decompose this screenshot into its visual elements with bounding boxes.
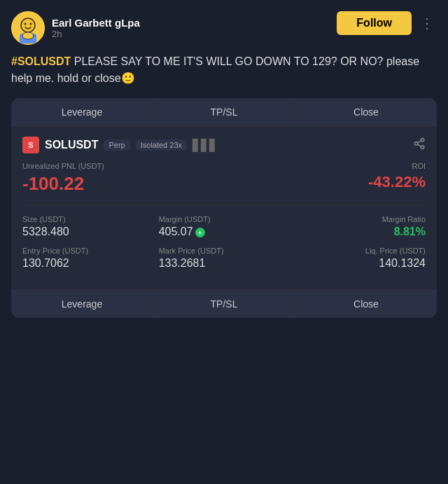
unrealized-pnl-value: -100.22 xyxy=(22,173,104,195)
symbol-name: SOLUSDT xyxy=(45,139,98,151)
svg-line-9 xyxy=(417,144,421,146)
user-details: Earl Garbett gLpa 2h xyxy=(52,17,140,39)
margin-value: 405.07+ xyxy=(159,226,290,238)
tpsl-tab-bottom[interactable]: TP/SL xyxy=(153,290,295,318)
margin-ratio-label: Margin Ratio xyxy=(382,215,426,223)
liq-price-stat: Liq. Price (USDT) 140.1324 xyxy=(295,247,426,270)
leverage-tab-bottom[interactable]: Leverage xyxy=(11,290,153,318)
leverage-tab-top[interactable]: Leverage xyxy=(11,98,153,126)
close-tab-top[interactable]: Close xyxy=(295,98,437,126)
unrealized-pnl-label: Unrealized PNL (USDT) xyxy=(22,162,104,170)
svg-line-10 xyxy=(417,141,421,143)
sol-icon: S xyxy=(22,137,39,153)
user-info-section: Earl Garbett gLpa 2h xyxy=(11,11,140,45)
size-label: Size (USDT) xyxy=(22,215,153,223)
avatar xyxy=(11,11,45,45)
isolation-badge: Isolated 23x xyxy=(136,139,187,151)
mark-label: Mark Price (USDT) xyxy=(159,247,290,255)
header-actions: Follow ⋮ xyxy=(337,11,437,35)
stats-grid: Size (USDT) 5328.480 Margin (USDT) 405.0… xyxy=(22,215,426,270)
post-header: Earl Garbett gLpa 2h Follow ⋮ xyxy=(11,11,437,45)
size-stat: Size (USDT) 5328.480 xyxy=(22,215,153,238)
plus-icon: + xyxy=(195,228,205,237)
type-badge: Perp xyxy=(104,139,130,151)
liq-label: Liq. Price (USDT) xyxy=(365,247,426,255)
post-text: #SOLUSDT PLEASE SAY TO ME IT'S WILL GO D… xyxy=(11,53,437,87)
entry-value: 130.7062 xyxy=(22,257,153,270)
entry-label: Entry Price (USDT) xyxy=(22,247,153,255)
roi-value: -43.22% xyxy=(368,173,426,191)
pnl-left: Unrealized PNL (USDT) -100.22 xyxy=(22,162,104,195)
post-body-text: PLEASE SAY TO ME IT'S WILL GO DOWN TO 12… xyxy=(11,55,419,84)
margin-ratio-stat: Margin Ratio 8.81% xyxy=(295,215,426,238)
svg-point-1 xyxy=(21,18,35,32)
more-options-icon[interactable]: ⋮ xyxy=(417,12,437,34)
card-symbol-info: S SOLUSDT Perp Isolated 23x ▋▋▋ xyxy=(22,137,218,153)
mark-value: 133.2681 xyxy=(159,257,290,270)
trading-card: Leverage TP/SL Close S SOLUSDT Perp Isol… xyxy=(11,98,437,318)
card-body: S SOLUSDT Perp Isolated 23x ▋▋▋ Unrealiz… xyxy=(11,127,437,289)
margin-stat: Margin (USDT) 405.07+ xyxy=(159,215,290,238)
timestamp-text: 2h xyxy=(52,29,140,39)
signal-icon: ▋▋▋ xyxy=(192,139,218,152)
share-icon[interactable] xyxy=(413,137,426,153)
roi-label: ROI xyxy=(412,162,426,170)
entry-price-stat: Entry Price (USDT) 130.7062 xyxy=(22,247,153,270)
hashtag-text: #SOLUSDT xyxy=(11,55,71,67)
top-tab-row: Leverage TP/SL Close xyxy=(11,98,437,127)
pnl-right: ROI -43.22% xyxy=(368,162,426,191)
follow-button[interactable]: Follow xyxy=(337,11,412,35)
bottom-tab-row: Leverage TP/SL Close xyxy=(11,289,437,318)
margin-ratio-value: 8.81% xyxy=(394,226,426,238)
tpsl-tab-top[interactable]: TP/SL xyxy=(153,98,295,126)
card-symbol-row: S SOLUSDT Perp Isolated 23x ▋▋▋ xyxy=(22,137,426,153)
liq-value: 140.1324 xyxy=(379,257,426,270)
mark-price-stat: Mark Price (USDT) 133.2681 xyxy=(159,247,290,270)
svg-point-3 xyxy=(30,23,32,25)
margin-label: Margin (USDT) xyxy=(159,215,290,223)
username-text: Earl Garbett gLpa xyxy=(52,17,140,29)
pnl-section: Unrealized PNL (USDT) -100.22 ROI -43.22… xyxy=(22,162,426,205)
svg-rect-5 xyxy=(22,32,34,39)
size-value: 5328.480 xyxy=(22,226,153,238)
close-tab-bottom[interactable]: Close xyxy=(295,290,437,318)
svg-point-2 xyxy=(24,23,27,25)
